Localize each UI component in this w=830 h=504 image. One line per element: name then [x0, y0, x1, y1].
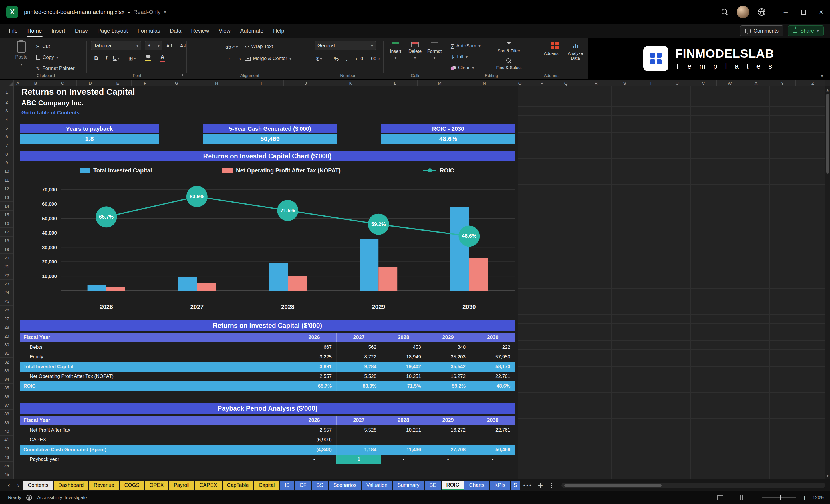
menu-tab-help[interactable]: Help — [268, 24, 289, 38]
row-header-7[interactable]: 7 — [0, 141, 13, 150]
spreadsheet-canvas[interactable]: Returns on Invested Capital ABC Company … — [14, 86, 825, 479]
menu-tab-page-layout[interactable]: Page Layout — [92, 24, 133, 38]
grow-font-button[interactable]: A↑ — [165, 41, 174, 50]
sheet-tab-capex[interactable]: CAPEX — [195, 481, 221, 490]
tabs-scroll-right-icon[interactable]: › — [14, 481, 24, 490]
sheet-tab-valuation[interactable]: Valuation — [362, 481, 392, 490]
readonly-badge[interactable]: Read-Only — [133, 9, 161, 15]
zoom-slider-thumb[interactable] — [780, 496, 781, 500]
font-name-combo[interactable]: Tahoma▾ — [91, 41, 141, 50]
row-header-36[interactable]: 36 — [0, 392, 13, 401]
comma-style-button[interactable]: , — [342, 54, 351, 63]
horizontal-scroll-thumb[interactable] — [564, 484, 662, 487]
italic-button[interactable]: I — [102, 54, 111, 63]
borders-button[interactable]: ⊞▾ — [128, 54, 137, 63]
readonly-chevron-icon[interactable]: ▾ — [164, 10, 166, 14]
collapse-ribbon-icon[interactable]: ▾ — [821, 73, 823, 78]
accessibility-status[interactable]: Accessibility: Investigate — [37, 495, 87, 500]
cut-button[interactable]: ✂Cut — [36, 42, 50, 51]
scroll-down-icon[interactable]: ▼ — [826, 472, 829, 479]
increase-decimal-button[interactable]: ←.0 — [355, 54, 364, 63]
align-bottom-button[interactable] — [213, 42, 222, 52]
row-header-14[interactable]: 14 — [0, 202, 13, 210]
font-color-button[interactable]: A — [158, 54, 167, 63]
sheet-tab-roic[interactable]: ROIC — [442, 481, 464, 490]
select-all-corner[interactable] — [0, 80, 14, 86]
column-header-h[interactable]: H — [194, 80, 239, 86]
row-header-30[interactable]: 30 — [0, 340, 13, 349]
autosum-button[interactable]: ∑AutoSum▾ — [451, 42, 480, 50]
row-header-16[interactable]: 16 — [0, 219, 13, 228]
row-header-27[interactable]: 27 — [0, 314, 13, 323]
row-header-45[interactable]: 45 — [0, 470, 13, 479]
row-header-31[interactable]: 31 — [0, 349, 13, 357]
decrease-decimal-button[interactable]: .00→ — [370, 54, 380, 63]
row-header-8[interactable]: 8 — [0, 150, 13, 158]
sheet-tab-captable[interactable]: CapTable — [223, 481, 253, 490]
increase-indent-button[interactable]: → — [234, 54, 244, 63]
sheet-tab-kpis[interactable]: KPIs — [490, 481, 510, 490]
column-header-t[interactable]: T — [638, 80, 664, 86]
column-header-k[interactable]: K — [328, 80, 373, 86]
restore-button[interactable] — [795, 0, 812, 24]
tab-overflow-button[interactable]: ••• — [520, 482, 535, 488]
fill-color-button[interactable] — [143, 54, 153, 63]
row-header-34[interactable]: 34 — [0, 375, 13, 384]
zoom-out-icon[interactable]: − — [752, 494, 757, 501]
column-header-m[interactable]: M — [418, 80, 462, 86]
sheet-tab-bs[interactable]: BS — [312, 481, 328, 490]
share-button[interactable]: Share▾ — [788, 26, 824, 36]
percent-style-button[interactable]: % — [332, 54, 341, 63]
excel-app-icon[interactable]: X — [6, 6, 18, 18]
add-ins-button[interactable]: Add-ins — [541, 42, 561, 56]
decrease-indent-button[interactable]: ← — [225, 54, 234, 63]
orientation-button[interactable]: ab↗▾ — [225, 42, 238, 52]
row-header-33[interactable]: 33 — [0, 367, 13, 375]
vertical-scroll-thumb[interactable] — [826, 94, 829, 174]
toc-link[interactable]: Go to Table of Contents — [22, 110, 79, 116]
font-dialog-launcher[interactable] — [180, 74, 183, 76]
row-header-20[interactable]: 20 — [0, 254, 13, 262]
underline-button[interactable]: U▾ — [111, 54, 121, 63]
fill-button[interactable]: ↓Fill▾ — [451, 53, 468, 61]
page-layout-view-icon[interactable] — [729, 495, 734, 500]
column-header-z[interactable]: Z — [796, 80, 830, 86]
insert-cells-button[interactable]: Insert▾ — [387, 42, 405, 60]
format-cells-button[interactable]: Format▾ — [425, 42, 443, 60]
wrap-text-button[interactable]: ↩Wrap Text — [245, 42, 273, 51]
accounting-format-button[interactable]: $▾ — [315, 54, 324, 63]
row-header-19[interactable]: 19 — [0, 245, 13, 254]
all-sheets-button[interactable]: ⋮ — [546, 482, 557, 488]
align-right-button[interactable] — [213, 54, 222, 63]
menu-tab-data[interactable]: Data — [165, 24, 186, 38]
menu-tab-review[interactable]: Review — [186, 24, 214, 38]
column-header-d[interactable]: D — [77, 80, 104, 86]
row-header-41[interactable]: 41 — [0, 436, 13, 444]
row-header-44[interactable]: 44 — [0, 462, 13, 470]
column-header-c[interactable]: C — [49, 80, 77, 86]
sheet-tab-be[interactable]: BE — [425, 481, 441, 490]
menu-tab-view[interactable]: View — [214, 24, 235, 38]
zoom-level[interactable]: 120% — [812, 495, 824, 500]
normal-view-icon[interactable] — [717, 495, 723, 500]
column-header-f[interactable]: F — [132, 80, 159, 86]
zoom-in-icon[interactable]: + — [802, 494, 807, 501]
column-header-q[interactable]: Q — [551, 80, 581, 86]
sheet-tab-is[interactable]: IS — [280, 481, 294, 490]
row-header-38[interactable]: 38 — [0, 410, 13, 418]
row-header-25[interactable]: 25 — [0, 297, 13, 306]
sheet-tab-opex[interactable]: OPEX — [145, 481, 168, 490]
column-header-v[interactable]: V — [691, 80, 717, 86]
number-format-combo[interactable]: General▾ — [315, 41, 376, 50]
menu-tab-insert[interactable]: Insert — [46, 24, 70, 38]
row-header-42[interactable]: 42 — [0, 444, 13, 453]
row-header-6[interactable]: 6 — [0, 132, 13, 141]
row-header-37[interactable]: 37 — [0, 401, 13, 410]
row-header-18[interactable]: 18 — [0, 237, 13, 245]
delete-cells-button[interactable]: Delete▾ — [406, 42, 424, 60]
horizontal-scrollbar[interactable] — [562, 483, 825, 488]
row-header-10[interactable]: 10 — [0, 167, 13, 176]
row-header-28[interactable]: 28 — [0, 323, 13, 332]
sheet-tab-payroll[interactable]: Payroll — [169, 481, 194, 490]
sheet-tab-charts[interactable]: Charts — [465, 481, 489, 490]
